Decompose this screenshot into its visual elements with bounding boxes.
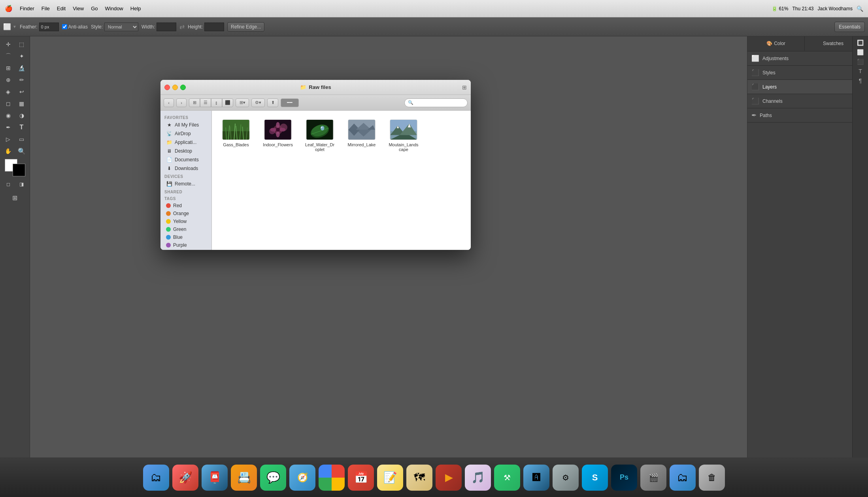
menu-file[interactable]: File xyxy=(42,6,50,11)
toggle-button[interactable]: ━━ xyxy=(281,98,299,107)
close-button[interactable] xyxy=(164,85,170,90)
resize-icon[interactable]: ⊞ xyxy=(462,84,467,91)
arrange-button[interactable]: ⊞▾ xyxy=(236,98,249,107)
swap-icon[interactable]: ⇄ xyxy=(179,23,185,30)
panel-icon-5[interactable]: ¶ xyxy=(859,77,862,84)
panel-section-styles[interactable]: ⬛ Styles xyxy=(747,66,862,80)
magic-wand-tool[interactable]: ✦ xyxy=(15,51,28,62)
dock-item-trash[interactable]: 🗑 xyxy=(699,465,725,491)
dock-item-photoshop[interactable]: Ps xyxy=(611,465,637,491)
minimize-button[interactable] xyxy=(172,85,178,90)
panel-section-layers[interactable]: ⬛ Layers xyxy=(747,80,862,94)
path-selection-tool[interactable]: ▷ xyxy=(2,134,15,145)
shape-tool[interactable]: ▭ xyxy=(15,134,28,145)
dock-item-safari[interactable]: 🧭 xyxy=(289,465,315,491)
hand-tool[interactable]: ✋ xyxy=(2,146,15,157)
finder-search[interactable]: 🔍 xyxy=(404,98,468,107)
brush-tool[interactable]: ✏ xyxy=(15,74,28,85)
move-tool[interactable]: ✛ xyxy=(2,39,15,50)
share-button[interactable]: ⬆ xyxy=(267,98,278,107)
file-item-mountain-landscape[interactable]: Moutain_Landscape xyxy=(386,117,421,154)
quickmask-mode-icon[interactable]: ◨ xyxy=(15,179,28,190)
dock-item-calendar[interactable]: 📅 xyxy=(348,465,374,491)
sidebar-item-documents[interactable]: 📄 Documents xyxy=(162,155,210,164)
marquee-tool-icon[interactable]: ⬜ xyxy=(3,23,11,30)
dock-item-mail-stamp[interactable]: 📮 xyxy=(202,465,228,491)
search-menubar-icon[interactable]: 🔍 xyxy=(857,6,863,12)
panel-section-channels[interactable]: ⬛ Channels xyxy=(747,94,862,108)
feather-input[interactable] xyxy=(39,23,59,31)
eyedropper-tool[interactable]: 🔬 xyxy=(15,62,28,74)
sidebar-item-tag-green[interactable]: Green xyxy=(162,225,210,233)
selection-tool[interactable]: ⬚ xyxy=(15,39,28,50)
file-item-indoor-flowers[interactable]: Indoor_Flowers xyxy=(260,117,296,154)
menu-edit[interactable]: Edit xyxy=(57,6,66,11)
action-button[interactable]: ⚙▾ xyxy=(251,98,265,107)
sidebar-item-applications[interactable]: 📁 Applicati... xyxy=(162,138,210,147)
menu-view[interactable]: View xyxy=(73,6,84,11)
file-item-leaf-water-droplet[interactable]: Leaf_Water_Droplet xyxy=(302,117,338,154)
refine-edge-button[interactable]: Refine Edge... xyxy=(227,22,264,32)
sidebar-item-remote[interactable]: 💾 Remote... xyxy=(162,180,210,188)
dock-item-something[interactable]: ⚒ xyxy=(494,465,520,491)
dock-item-vlc[interactable]: ▶ xyxy=(436,465,462,491)
eraser-tool[interactable]: ◻ xyxy=(2,98,15,109)
dock-item-itunes[interactable]: 🎵 xyxy=(465,465,491,491)
menu-finder[interactable]: Finder xyxy=(20,6,34,11)
sidebar-item-all-my-files[interactable]: ★ All My Files xyxy=(162,121,210,129)
background-color[interactable] xyxy=(13,164,25,176)
style-select[interactable]: Normal Fixed Ratio Fixed Size xyxy=(104,23,138,31)
pen-tool[interactable]: ✒ xyxy=(2,122,15,133)
sidebar-item-tag-blue[interactable]: Blue xyxy=(162,233,210,241)
sidebar-item-downloads[interactable]: ⬇ Downloads xyxy=(162,164,210,173)
dock-item-messages[interactable]: 💬 xyxy=(260,465,286,491)
maximize-button[interactable] xyxy=(180,85,186,90)
text-tool[interactable]: T xyxy=(15,122,28,133)
panel-icon-2[interactable]: ⬜ xyxy=(857,49,864,55)
dock-item-maps[interactable]: 🗺 xyxy=(406,465,432,491)
healing-tool[interactable]: ⊕ xyxy=(2,74,15,85)
list-view-button[interactable]: ☰ xyxy=(200,98,211,107)
dock-item-launchpad[interactable]: 🚀 xyxy=(172,465,198,491)
dodge-tool[interactable]: ◑ xyxy=(15,110,28,121)
panel-icon-4[interactable]: T xyxy=(859,68,862,74)
sidebar-item-tag-red[interactable]: Red xyxy=(162,202,210,210)
tab-color[interactable]: 🎨 Color xyxy=(747,36,805,51)
dock-item-appstore[interactable]: 🅰 xyxy=(523,465,549,491)
file-item-mirrored-lake[interactable]: Mirrored_Lake xyxy=(344,117,379,154)
dock-item-finder[interactable]: 🗂 xyxy=(143,465,169,491)
marquee-tool-extra[interactable]: ▼ xyxy=(13,25,17,29)
history-brush-tool[interactable]: ↩ xyxy=(15,86,28,97)
sidebar-item-airdrop[interactable]: 📡 AirDrop xyxy=(162,129,210,138)
sidebar-item-desktop[interactable]: 🖥 Desktop xyxy=(162,147,210,155)
blur-tool[interactable]: ◉ xyxy=(2,110,15,121)
menu-go[interactable]: Go xyxy=(91,6,98,11)
gradient-tool[interactable]: ▦ xyxy=(15,98,28,109)
sidebar-item-tag-purple[interactable]: Purple xyxy=(162,241,210,249)
file-item-gass-blades[interactable]: Gass_Blades xyxy=(218,117,254,154)
dock-item-dvd[interactable]: 🎬 xyxy=(640,465,666,491)
essentials-button[interactable]: Essentials xyxy=(834,22,865,32)
panel-section-adjustments[interactable]: ⬜ Adjustments xyxy=(747,51,862,66)
menu-help[interactable]: Help xyxy=(130,6,141,11)
dock-item-system-preferences[interactable]: ⚙ xyxy=(553,465,579,491)
back-button[interactable]: ‹ xyxy=(164,98,174,107)
clone-tool[interactable]: ◈ xyxy=(2,86,15,97)
zoom-tool[interactable]: 🔍 xyxy=(15,146,28,157)
standard-mode-icon[interactable]: ◻ xyxy=(2,179,15,190)
lasso-tool[interactable]: ⌒ xyxy=(2,51,15,62)
menu-window[interactable]: Window xyxy=(105,6,123,11)
forward-button[interactable]: › xyxy=(176,98,187,107)
coverflow-view-button[interactable]: ⬛ xyxy=(222,98,233,107)
dock-item-notes[interactable]: 📝 xyxy=(377,465,403,491)
sidebar-item-tag-orange[interactable]: Orange xyxy=(162,210,210,217)
anti-alias-checkbox[interactable] xyxy=(62,24,67,29)
dock-item-addressbook[interactable]: 📇 xyxy=(231,465,257,491)
icon-view-button[interactable]: ⊞ xyxy=(189,98,200,107)
color-swatch[interactable] xyxy=(5,159,25,176)
column-view-button[interactable]: ⫿ xyxy=(211,98,222,107)
width-input[interactable] xyxy=(157,23,176,31)
dock-item-chrome[interactable] xyxy=(319,465,345,491)
crop-tool[interactable]: ⊞ xyxy=(2,62,15,74)
apple-menu[interactable]: 🍎 xyxy=(5,5,13,12)
